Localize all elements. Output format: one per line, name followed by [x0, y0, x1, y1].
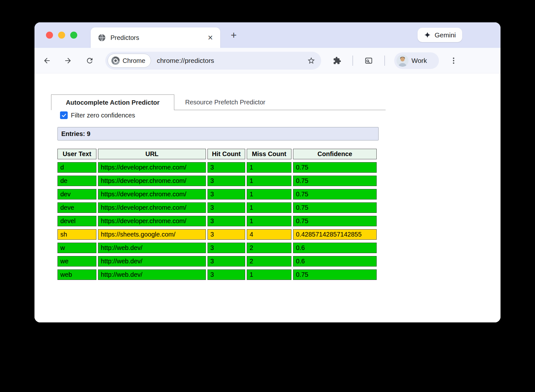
cell-confidence: 0.75 — [293, 162, 377, 173]
bookmark-star-icon[interactable] — [307, 57, 315, 65]
predictor-table: User Text URL Hit Count Miss Count Confi… — [56, 146, 378, 283]
cell-confidence: 0.75 — [293, 269, 377, 280]
cell-url: https://developer.chrome.com/ — [98, 162, 206, 173]
tab-label: Autocomplete Action Predictor — [66, 99, 160, 106]
cell-confidence: 0.75 — [293, 176, 377, 186]
site-chip-label: Chrome — [123, 57, 145, 64]
cell-url: https://sheets.google.com/ — [98, 229, 206, 240]
chrome-logo-icon — [111, 57, 120, 65]
cell-url: http://web.dev/ — [98, 243, 206, 253]
close-window-button[interactable] — [46, 32, 53, 39]
cell-hit-count: 3 — [207, 202, 245, 213]
filter-checkbox-label: Filter zero confidences — [71, 111, 135, 120]
cell-user-text: d — [57, 162, 96, 173]
new-tab-button[interactable]: + — [228, 29, 239, 41]
tab-autocomplete-action-predictor[interactable]: Autocomplete Action Predictor — [51, 94, 174, 110]
cell-hit-count: 3 — [207, 176, 245, 186]
cell-hit-count: 3 — [207, 216, 245, 226]
cell-miss-count: 4 — [247, 229, 291, 240]
cell-miss-count: 2 — [247, 256, 291, 267]
cell-url: https://developer.chrome.com/ — [98, 202, 206, 213]
address-bar[interactable]: Chrome chrome://predictors — [105, 52, 321, 70]
cell-miss-count: 1 — [247, 216, 291, 226]
predictor-table-body: d https://developer.chrome.com/ 3 1 0.75… — [57, 162, 377, 280]
cell-user-text: sh — [57, 229, 96, 240]
desktop-background: Predictors × + Gemini — [0, 0, 535, 392]
side-panel-search-icon[interactable] — [365, 57, 373, 65]
browser-tab[interactable]: Predictors × — [91, 27, 220, 48]
cell-miss-count: 1 — [247, 189, 291, 200]
column-header-url: URL — [98, 149, 206, 159]
cell-miss-count: 1 — [247, 269, 291, 280]
tab-strip: Predictors × + Gemini — [34, 22, 501, 48]
tab-resource-prefetch-predictor[interactable]: Resource Prefetch Predictor — [185, 98, 265, 107]
cell-hit-count: 3 — [207, 269, 245, 280]
cell-confidence: 0.75 — [293, 202, 377, 213]
cell-miss-count: 2 — [247, 243, 291, 253]
back-button[interactable] — [43, 57, 51, 65]
gemini-button[interactable]: Gemini — [418, 28, 462, 42]
cell-confidence: 0.42857142857142855 — [293, 229, 377, 240]
forward-button[interactable] — [64, 57, 72, 65]
menu-dots-icon[interactable] — [449, 57, 458, 65]
profile-button[interactable]: Work — [394, 52, 439, 69]
profile-avatar — [396, 55, 409, 67]
tab-title: Predictors — [110, 34, 139, 41]
toolbar-divider — [384, 56, 385, 66]
maximize-window-button[interactable] — [70, 32, 77, 39]
column-header-hit-count: Hit Count — [207, 149, 245, 159]
table-row: deve https://developer.chrome.com/ 3 1 0… — [57, 202, 377, 213]
cell-hit-count: 3 — [207, 243, 245, 253]
toolbar-divider — [352, 56, 353, 66]
extensions-icon[interactable] — [333, 57, 341, 65]
cell-confidence: 0.6 — [293, 243, 377, 253]
globe-icon — [98, 34, 106, 42]
browser-window: Predictors × + Gemini — [34, 22, 501, 322]
entries-label: Entries: 9 — [61, 130, 90, 138]
table-row: d https://developer.chrome.com/ 3 1 0.75 — [57, 162, 377, 173]
reload-button[interactable] — [86, 57, 94, 65]
cell-url: https://developer.chrome.com/ — [98, 189, 206, 200]
gemini-sparkle-icon — [424, 32, 431, 39]
window-controls — [46, 32, 77, 39]
cell-user-text: deve — [57, 202, 96, 213]
cell-url: http://web.dev/ — [98, 269, 206, 280]
cell-user-text: devel — [57, 216, 96, 226]
cell-hit-count: 3 — [207, 256, 245, 267]
cell-user-text: w — [57, 243, 96, 253]
cell-miss-count: 1 — [247, 176, 291, 186]
table-row: devel https://developer.chrome.com/ 3 1 … — [57, 216, 377, 226]
table-row: sh https://sheets.google.com/ 3 4 0.4285… — [57, 229, 377, 240]
browser-toolbar: Chrome chrome://predictors — [34, 48, 501, 73]
filter-zero-confidences-checkbox[interactable] — [60, 111, 68, 119]
table-row: dev https://developer.chrome.com/ 3 1 0.… — [57, 189, 377, 200]
tab-close-button[interactable]: × — [206, 33, 215, 42]
gemini-label: Gemini — [434, 31, 456, 39]
table-row: we http://web.dev/ 3 2 0.6 — [57, 256, 377, 267]
cell-miss-count: 1 — [247, 202, 291, 213]
cell-miss-count: 1 — [247, 162, 291, 173]
table-row: web http://web.dev/ 3 1 0.75 — [57, 269, 377, 280]
cell-user-text: web — [57, 269, 96, 280]
url-text: chrome://predictors — [157, 57, 214, 64]
cell-confidence: 0.6 — [293, 256, 377, 267]
site-chip[interactable]: Chrome — [108, 54, 151, 68]
cell-hit-count: 3 — [207, 162, 245, 173]
cell-hit-count: 3 — [207, 229, 245, 240]
table-row: w http://web.dev/ 3 2 0.6 — [57, 243, 377, 253]
column-header-user-text: User Text — [57, 149, 96, 159]
profile-name: Work — [411, 57, 427, 64]
tab-label: Resource Prefetch Predictor — [185, 99, 265, 106]
cell-confidence: 0.75 — [293, 216, 377, 226]
cell-hit-count: 3 — [207, 189, 245, 200]
minimize-window-button[interactable] — [58, 32, 65, 39]
table-header-row: User Text URL Hit Count Miss Count Confi… — [57, 149, 377, 159]
column-header-confidence: Confidence — [293, 149, 377, 159]
cell-confidence: 0.75 — [293, 189, 377, 200]
table-row: de https://developer.chrome.com/ 3 1 0.7… — [57, 176, 377, 186]
page-content: Autocomplete Action Predictor Resource P… — [34, 73, 501, 322]
column-header-miss-count: Miss Count — [247, 149, 291, 159]
cell-url: https://developer.chrome.com/ — [98, 216, 206, 226]
cell-url: http://web.dev/ — [98, 256, 206, 267]
cell-url: https://developer.chrome.com/ — [98, 176, 206, 186]
